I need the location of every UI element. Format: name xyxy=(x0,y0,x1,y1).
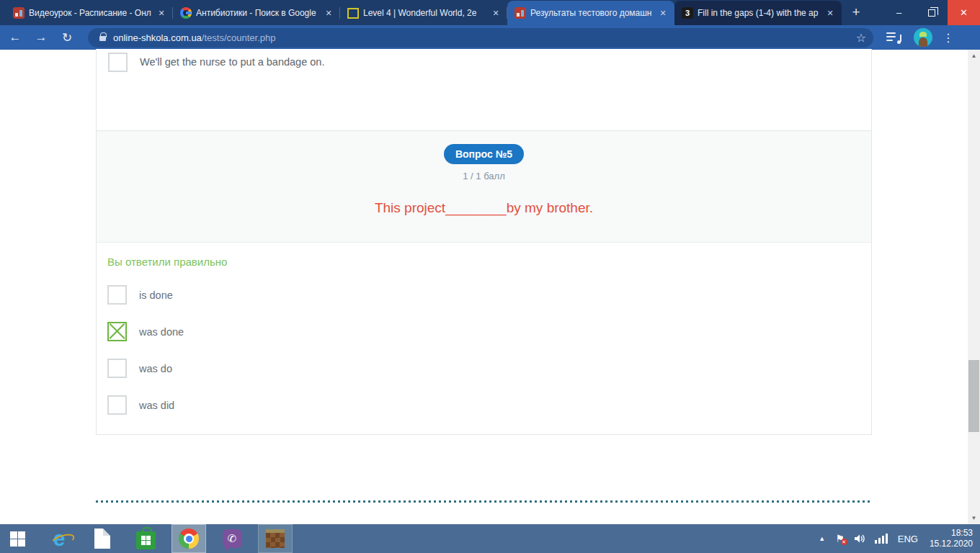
action-center-flag-icon[interactable]: ⚑ xyxy=(835,533,845,544)
answer-row: was did xyxy=(107,395,871,415)
url-domain: online-shkola.com.ua xyxy=(113,32,202,43)
restore-button[interactable] xyxy=(915,0,948,25)
language-indicator[interactable]: ENG xyxy=(898,534,918,544)
browser-toolbar: ← → ↻ online-shkola.com.ua/tests/counter… xyxy=(0,25,980,50)
answer-row: is done xyxy=(107,285,871,305)
tab-close-icon[interactable]: ✕ xyxy=(323,7,334,19)
tab-title: Видеоурок - Расписание - Онл xyxy=(29,8,151,18)
taskbar-notepad[interactable] xyxy=(85,524,120,553)
scrollbar-thumb[interactable] xyxy=(968,360,979,432)
tray-expand-icon[interactable]: ▲ xyxy=(819,535,825,542)
tray-time: 18:53 xyxy=(930,528,973,539)
window-controls: – ✕ xyxy=(883,0,980,25)
question-5-card: Вопрос №5 1 / 1 балл This project_______… xyxy=(96,130,872,435)
browser-titlebar: Видеоурок - Расписание - Онл ✕ Антибиоти… xyxy=(0,0,980,25)
tab-title: Результаты тестового домашн xyxy=(530,8,653,18)
reload-icon[interactable]: ↻ xyxy=(56,30,78,45)
chrome-icon xyxy=(179,529,199,549)
taskbar-chrome[interactable] xyxy=(172,524,206,553)
tray-date: 15.12.2020 xyxy=(930,539,973,549)
store-icon xyxy=(136,531,156,549)
url-path: /tests/counter.php xyxy=(202,32,276,43)
address-bar[interactable]: online-shkola.com.ua/tests/counter.php ☆ xyxy=(88,28,873,48)
taskbar-windows-store[interactable] xyxy=(128,524,163,553)
scroll-down-icon[interactable]: ▼ xyxy=(968,512,980,524)
url-text: online-shkola.com.ua/tests/counter.php xyxy=(113,32,850,43)
windows-taskbar: e ✆ ▲ ⚑ ENG 18:53 15.12.2020 xyxy=(0,524,980,553)
answers-section: Вы ответили правильно is done was done w… xyxy=(97,243,871,415)
minimize-button[interactable]: – xyxy=(883,0,915,25)
tab-wonderful-world[interactable]: Level 4 | Wonderful World, 2e ✕ xyxy=(340,1,507,25)
feedback-correct: Вы ответили правильно xyxy=(107,256,871,268)
question-score: 1 / 1 балл xyxy=(97,171,871,181)
volume-icon[interactable] xyxy=(855,534,866,544)
vertical-scrollbar[interactable]: ▲ ▼ xyxy=(968,50,980,524)
lock-icon xyxy=(99,36,106,41)
tab-fill-gaps[interactable]: 3 Fill in the gaps (1-4) with the ap ✕ xyxy=(674,1,842,25)
clock[interactable]: 18:53 15.12.2020 xyxy=(930,528,973,549)
chrome-menu-icon[interactable]: ⋮ xyxy=(943,31,954,45)
tab-strip: Видеоурок - Расписание - Онл ✕ Антибиоти… xyxy=(6,0,866,25)
google-favicon-icon xyxy=(180,7,192,19)
network-signal-icon[interactable] xyxy=(875,534,888,544)
viber-icon: ✆ xyxy=(223,529,242,548)
tab-close-icon[interactable]: ✕ xyxy=(657,7,669,19)
site-favicon-icon xyxy=(13,7,24,19)
answer-label: was do xyxy=(139,363,172,374)
new-tab-button[interactable]: + xyxy=(846,3,866,23)
question-text: This project________by my brother. xyxy=(97,200,871,216)
answer-checkbox[interactable] xyxy=(107,359,127,378)
answer-label: We'll get the nurse to put a bandage on. xyxy=(140,56,324,68)
tab-close-icon[interactable]: ✕ xyxy=(824,7,836,19)
tab-test-results-active[interactable]: Результаты тестового домашн ✕ xyxy=(507,1,674,25)
answer-label: was did xyxy=(139,400,174,411)
windows-logo-icon xyxy=(10,531,25,547)
tab-videolesson[interactable]: Видеоурок - Расписание - Онл ✕ xyxy=(6,1,173,25)
answer-checkbox[interactable] xyxy=(107,395,127,415)
scroll-up-icon[interactable]: ▲ xyxy=(968,50,980,62)
taskbar-viber[interactable]: ✆ xyxy=(215,524,249,553)
taskbar-minecraft[interactable] xyxy=(258,524,293,553)
media-playlist-extension-icon[interactable] xyxy=(886,31,902,44)
start-button[interactable] xyxy=(0,524,35,553)
tab-title: Антибиотики - Поиск в Google xyxy=(196,8,318,18)
system-tray: ▲ ⚑ ENG 18:53 15.12.2020 xyxy=(819,524,980,553)
tab-close-icon[interactable]: ✕ xyxy=(490,7,502,19)
answer-label: is done xyxy=(139,289,173,301)
tab-title: Level 4 | Wonderful World, 2e xyxy=(363,8,486,18)
answer-label: was done xyxy=(139,326,184,338)
answer-row: was done xyxy=(107,322,871,341)
site-favicon-icon xyxy=(514,7,526,19)
profile-avatar[interactable] xyxy=(914,28,932,47)
dotted-divider xyxy=(96,500,872,503)
badge-3-favicon-icon: 3 xyxy=(682,7,693,19)
bookmark-star-icon[interactable]: ☆ xyxy=(856,31,866,45)
answer-checkbox[interactable] xyxy=(107,285,127,305)
minecraft-icon xyxy=(266,529,285,548)
taskbar-internet-explorer[interactable]: e xyxy=(42,524,76,553)
forward-icon[interactable]: → xyxy=(30,30,52,45)
yellow-square-favicon-icon xyxy=(347,8,359,19)
document-icon xyxy=(94,529,110,549)
answer-checkbox[interactable] xyxy=(108,53,128,72)
tab-close-icon[interactable]: ✕ xyxy=(156,7,167,19)
question-header: Вопрос №5 1 / 1 балл This project_______… xyxy=(97,131,871,243)
page-viewport: We'll get the nurse to put a bandage on.… xyxy=(0,50,968,524)
tab-title: Fill in the gaps (1-4) with the ap xyxy=(698,8,820,18)
close-button[interactable]: ✕ xyxy=(948,0,980,25)
tab-google-search[interactable]: Антибиотики - Поиск в Google ✕ xyxy=(173,1,340,25)
question-number-badge: Вопрос №5 xyxy=(444,144,524,164)
answer-checkbox-selected[interactable] xyxy=(107,322,127,341)
internet-explorer-icon: e xyxy=(53,529,66,549)
back-icon[interactable]: ← xyxy=(4,30,26,45)
answer-row: was do xyxy=(107,359,871,378)
